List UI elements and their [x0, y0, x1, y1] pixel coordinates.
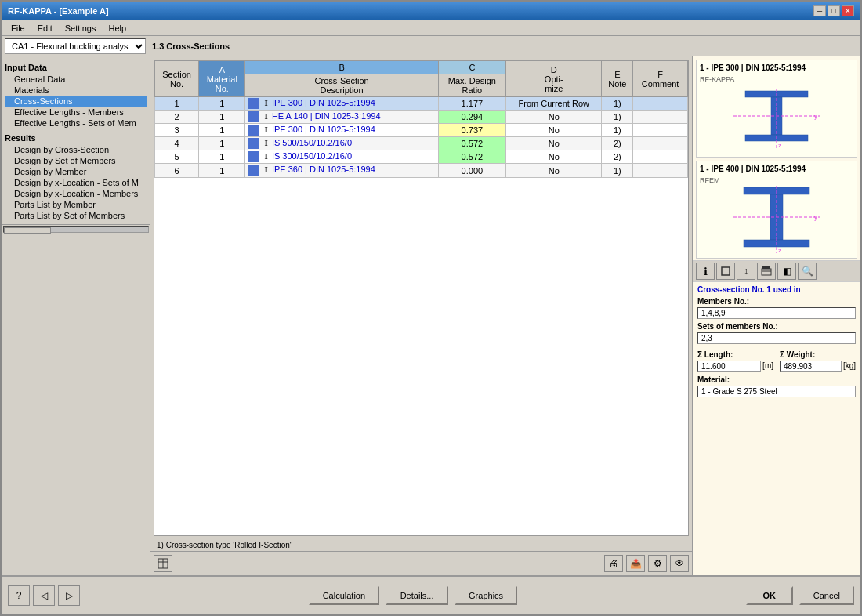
analysis-type-dropdown[interactable]: CA1 - Flexural buckling analysis CA2 - L… — [5, 38, 146, 54]
col-ratio-header: Max. DesignRatio — [438, 74, 505, 97]
cell-description: I IPE 300 | DIN 1025-5:1994 — [245, 124, 438, 137]
cell-note: 1) — [602, 97, 633, 111]
sidebar-item-general-data[interactable]: General Data — [5, 74, 147, 85]
title-bar: RF-KAPPA - [Example A] ─ □ ✕ — [2, 2, 860, 20]
menu-file[interactable]: File — [5, 23, 31, 34]
menu-settings[interactable]: Settings — [59, 23, 103, 34]
results-section-label: Results — [5, 133, 147, 143]
help-icon-button[interactable]: ? — [8, 585, 30, 606]
export-button[interactable]: 📤 — [626, 555, 645, 572]
menu-edit[interactable]: Edit — [31, 23, 59, 34]
bottom-right-buttons: OK Cancel — [746, 586, 854, 605]
weight-unit: [kg] — [843, 361, 856, 370]
search-button[interactable]: 🔍 — [798, 263, 817, 280]
details-button[interactable]: Details... — [386, 586, 448, 605]
cell-ratio: 0.572 — [438, 137, 505, 150]
main-window: RF-KAPPA - [Example A] ─ □ ✕ File Edit S… — [0, 0, 862, 616]
ibeam-preview-2: y z — [700, 184, 853, 255]
cs-preview-2: 1 - IPE 400 | DIN 1025-5:1994 RFEM y — [696, 161, 857, 259]
back-icon-button[interactable]: ◁ — [33, 585, 55, 606]
cs-color-indicator — [248, 151, 259, 162]
cell-material-no: 1 — [199, 97, 245, 111]
col-description-header: Cross-SectionDescription — [245, 74, 438, 97]
cs-color-indicator — [248, 98, 259, 109]
graphics-button[interactable]: Graphics — [455, 586, 517, 605]
center-bottom-toolbar: 🖨 📤 ⚙ 👁 — [150, 551, 692, 575]
main-content: Input Data General Data Materials Cross-… — [2, 56, 860, 575]
menu-help[interactable]: Help — [102, 23, 132, 34]
sidebar-item-cross-sections[interactable]: Cross-Sections — [5, 96, 147, 107]
view2-button[interactable]: ◧ — [777, 263, 796, 280]
col-a-header: AMaterialNo. — [199, 61, 245, 97]
print-button[interactable]: 🖨 — [604, 555, 623, 572]
minimize-button[interactable]: ─ — [813, 5, 826, 16]
table-row[interactable]: 5 1 I IS 300/150/10.2/16/0 0.572 No 2) — [155, 150, 688, 164]
svg-text:y: y — [814, 214, 817, 221]
sidebar-item-design-x-sets[interactable]: Design by x-Location - Sets of M — [5, 177, 147, 188]
cancel-button[interactable]: Cancel — [799, 586, 854, 605]
table-row[interactable]: 2 1 I HE A 140 | DIN 1025-3:1994 0.294 N… — [155, 111, 688, 124]
footnote: 1) Cross-section type 'Rolled I-Section' — [150, 539, 692, 551]
sidebar-item-eff-lengths-sets[interactable]: Effective Lengths - Sets of Mem — [5, 118, 147, 129]
col-section-no-header: SectionNo. — [155, 61, 199, 97]
info-button[interactable]: ℹ — [696, 263, 715, 280]
arrows-button[interactable]: ↕ — [737, 263, 755, 280]
sidebar-item-parts-member[interactable]: Parts List by Member — [5, 199, 147, 210]
sets-value: 2,3 — [697, 332, 856, 344]
cell-optimize: No — [506, 124, 602, 137]
scroll-thumb[interactable] — [4, 227, 51, 234]
preview1-subtitle: RF-KAPPA — [700, 75, 853, 83]
table-row[interactable]: 4 1 I IS 500/150/10.2/16/0 0.572 No 2) — [155, 137, 688, 150]
cell-description: I IS 500/150/10.2/16/0 — [245, 137, 438, 150]
shape-button[interactable] — [716, 263, 735, 280]
panel-header-label: 1.3 Cross-Sections — [146, 42, 230, 51]
sidebar-item-materials[interactable]: Materials — [5, 85, 147, 96]
cell-comment — [633, 150, 688, 164]
weight-label: Σ Weight: — [780, 350, 856, 359]
col-e-header: ENote — [602, 61, 633, 97]
ibeam-svg-1: y z — [730, 87, 824, 150]
ok-button[interactable]: OK — [746, 586, 793, 605]
sidebar-item-design-x-members[interactable]: Design by x-Location - Members — [5, 188, 147, 199]
cell-ratio: 1.177 — [438, 97, 505, 111]
svg-text:z: z — [778, 247, 781, 254]
cell-note: 2) — [602, 137, 633, 150]
table-row[interactable]: 3 1 I IPE 300 | DIN 1025-5:1994 0.737 No… — [155, 124, 688, 137]
sidebar-scrollbar[interactable] — [2, 224, 150, 234]
left-toolbar — [154, 555, 172, 572]
bottom-bar: ? ◁ ▷ Calculation Details... Graphics OK… — [2, 575, 860, 614]
sidebar-item-design-member[interactable]: Design by Member — [5, 166, 147, 177]
length-weight-row: Σ Length: 11.600 [m] Σ Weight: 489.903 [… — [697, 347, 856, 372]
cell-description: I IPE 360 | DIN 1025-5:1994 — [245, 164, 438, 177]
sidebar-item-design-cross-section[interactable]: Design by Cross-Section — [5, 144, 147, 155]
sidebar-item-design-set-members[interactable]: Design by Set of Members — [5, 155, 147, 166]
sidebar-item-eff-lengths-members[interactable]: Effective Lengths - Members — [5, 107, 147, 118]
bottom-left-icons: ? ◁ ▷ — [8, 585, 80, 606]
cell-material-no: 1 — [199, 137, 245, 150]
svg-rect-20 — [762, 266, 770, 269]
cell-comment — [633, 111, 688, 124]
scroll-track[interactable] — [3, 226, 149, 233]
cell-material-no: 1 — [199, 124, 245, 137]
cell-material-no: 1 — [199, 164, 245, 177]
sidebar-item-parts-set[interactable]: Parts List by Set of Members — [5, 210, 147, 221]
table-row[interactable]: 6 1 I IPE 360 | DIN 1025-5:1994 0.000 No… — [155, 164, 688, 177]
cell-comment — [633, 97, 688, 111]
forward-icon-button[interactable]: ▷ — [58, 585, 80, 606]
settings-button[interactable]: ⚙ — [648, 555, 667, 572]
view-button[interactable]: 👁 — [670, 555, 689, 572]
table2-button[interactable] — [757, 263, 776, 280]
cell-optimize: No — [506, 164, 602, 177]
input-section-label: Input Data — [5, 63, 147, 72]
table-icon-button[interactable] — [154, 555, 172, 572]
cell-comment — [633, 137, 688, 150]
material-label: Material: — [697, 375, 856, 384]
calculation-button[interactable]: Calculation — [309, 586, 379, 605]
svg-rect-18 — [762, 269, 771, 275]
cross-sections-table: SectionNo. AMaterialNo. B C DOpti-mize E… — [154, 60, 688, 178]
close-button[interactable]: ✕ — [842, 5, 854, 16]
maximize-button[interactable]: □ — [828, 5, 840, 16]
table-container[interactable]: SectionNo. AMaterialNo. B C DOpti-mize E… — [154, 60, 689, 536]
table-row[interactable]: 1 1 I IPE 300 | DIN 1025-5:1994 1.177 Fr… — [155, 97, 688, 111]
cell-material-no: 1 — [199, 150, 245, 164]
